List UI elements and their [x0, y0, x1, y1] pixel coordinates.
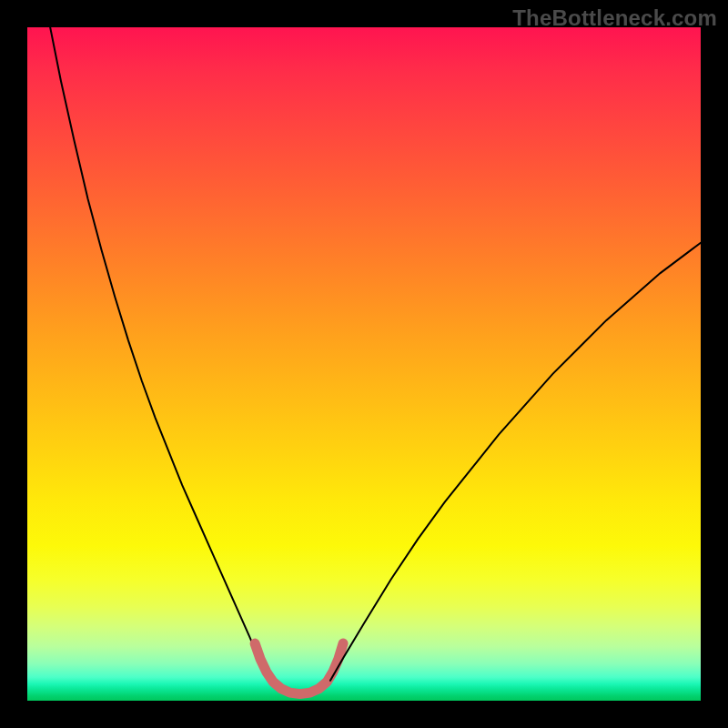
curve-valley-floor [255, 643, 343, 694]
chart-frame: TheBottleneck.com [0, 0, 728, 728]
curve-left-branch [50, 27, 269, 681]
curve-right-branch [330, 243, 701, 681]
plot-area [27, 27, 701, 701]
chart-svg [27, 27, 701, 701]
attribution-text: TheBottleneck.com [512, 5, 717, 31]
